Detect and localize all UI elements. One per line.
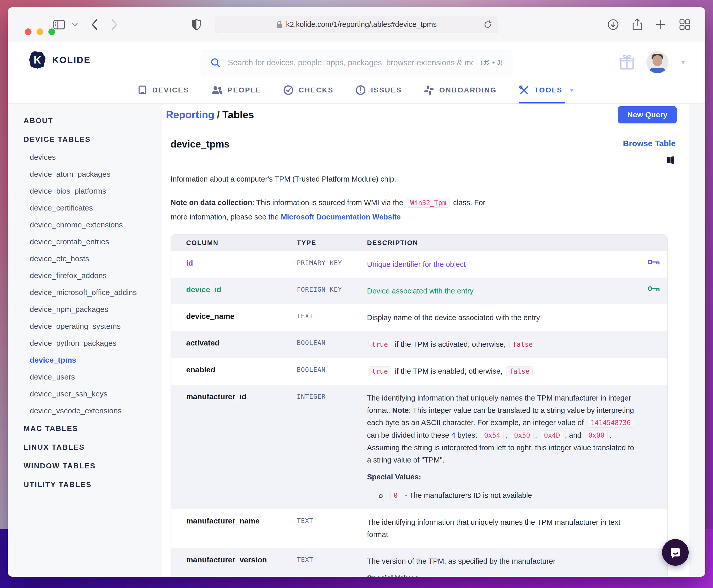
breadcrumb-tables: Tables: [222, 109, 254, 120]
table-row-manufacturer_id: manufacturer_idINTEGERThe identifying in…: [171, 385, 667, 509]
forward-button[interactable]: [111, 19, 118, 30]
col-header-column: COLUMN: [171, 239, 291, 247]
breadcrumb-reporting[interactable]: Reporting: [166, 109, 214, 120]
table-row-device_id: device_idFOREIGN KEYDevice associated wi…: [171, 278, 667, 304]
sidebar-item-device_vscode_extensions[interactable]: device_vscode_extensions: [8, 402, 162, 419]
tools-caret-icon: ▼: [569, 87, 576, 94]
privacy-shield-icon[interactable]: [192, 19, 201, 30]
sidebar-item-device_operating_systems[interactable]: device_operating_systems: [8, 318, 162, 335]
sidebar-section-about[interactable]: ABOUT: [8, 111, 162, 130]
column-type: BOOLEAN: [291, 331, 360, 354]
breadcrumb: Reporting/Tables: [166, 109, 254, 121]
new-query-button[interactable]: New Query: [618, 106, 677, 123]
windows-icon: [665, 155, 676, 165]
sidebar-item-device_atom_packages[interactable]: device_atom_packages: [8, 166, 162, 183]
scrollbar-gutter[interactable]: [689, 104, 705, 577]
sidebar-item-device_chrome_extensions[interactable]: device_chrome_extensions: [8, 216, 162, 233]
close-window-button[interactable]: [25, 28, 32, 35]
column-type: FOREIGN KEY: [291, 278, 360, 301]
schema-table: COLUMN TYPE DESCRIPTION idPRIMARY KEYUni…: [171, 234, 668, 577]
sidebar-section-window-tables[interactable]: WINDOW TABLES: [8, 457, 162, 475]
slack-icon: [424, 85, 434, 95]
sidebar-item-device_user_ssh_keys[interactable]: device_user_ssh_keys: [8, 385, 162, 402]
chat-launcher-button[interactable]: [662, 539, 689, 566]
reload-icon[interactable]: [484, 20, 492, 29]
sidebar-item-devices[interactable]: devices: [8, 149, 162, 166]
account-caret-icon[interactable]: ▼: [680, 58, 686, 66]
sidebar-item-device_firefox_addons[interactable]: device_firefox_addons: [8, 267, 162, 284]
column-type: PRIMARY KEY: [291, 251, 360, 274]
sidebar-section-linux-tables[interactable]: LINUX TABLES: [8, 438, 162, 457]
sidebar-toggle-icon[interactable]: [53, 20, 65, 29]
empty-key-cell: [647, 358, 667, 365]
code-chip: 0x54: [481, 430, 504, 440]
sidebar-item-device_certificates[interactable]: device_certificates: [8, 200, 162, 216]
main-panel: Reporting/Tables New Query device_tpms B…: [162, 104, 705, 577]
share-button[interactable]: [632, 18, 642, 31]
nav-onboarding[interactable]: ONBOARDING: [424, 77, 497, 103]
table-row-device_name: device_nameTEXTDisplay name of the devic…: [171, 304, 667, 331]
code-chip: Win32_Tpm: [407, 198, 449, 208]
back-button[interactable]: [91, 19, 98, 30]
empty-key-cell: [647, 304, 667, 312]
sidebar: ABOUTDEVICE TABLESdevicesdevice_atom_pac…: [8, 104, 162, 577]
gift-icon[interactable]: [619, 54, 635, 70]
sidebar-item-device_microsoft_office_addins[interactable]: device_microsoft_office_addins: [8, 284, 162, 301]
foreign-key-icon: [647, 278, 667, 292]
sidebar-item-device_tpms[interactable]: device_tpms: [8, 352, 162, 369]
nav-issues[interactable]: ISSUES: [355, 77, 402, 103]
browse-table-link[interactable]: Browse Table: [623, 139, 676, 148]
sidebar-section-utility-tables[interactable]: UTILITY TABLES: [8, 475, 162, 494]
sidebar-item-device_python_packages[interactable]: device_python_packages: [8, 335, 162, 352]
url-bar[interactable]: k2.kolide.com/1/reporting/tables#device_…: [215, 16, 498, 33]
doc-link[interactable]: Microsoft Documentation Website: [281, 213, 401, 221]
table-row-activated: activatedBOOLEANtrue if the TPM is activ…: [171, 331, 667, 358]
nav-devices[interactable]: DEVICES: [138, 77, 189, 103]
sidebar-section-mac-tables[interactable]: MAC TABLES: [8, 419, 162, 438]
sidebar-section-device-tables[interactable]: DEVICE TABLES: [8, 130, 162, 149]
sidebar-item-device_etc_hosts[interactable]: device_etc_hosts: [8, 250, 162, 267]
new-tab-button[interactable]: [656, 19, 666, 30]
column-name: device_id: [171, 278, 291, 302]
column-description: The version of the TPM, as specified by …: [360, 548, 647, 577]
column-type: BOOLEAN: [291, 358, 360, 381]
code-chip: 0: [390, 491, 401, 500]
column-description: Device associated with the entry: [360, 278, 647, 304]
check-circle-icon: [283, 85, 293, 95]
chevron-down-icon[interactable]: [72, 23, 78, 27]
bold-text: Note: [392, 406, 408, 414]
doc-note: Note on data collection: This informatio…: [171, 196, 495, 224]
search-input[interactable]: [228, 58, 474, 67]
sidebar-item-device_users[interactable]: device_users: [8, 369, 162, 385]
doc-title: device_tpms: [171, 139, 229, 150]
laptop-icon: [138, 85, 147, 95]
column-name: id: [171, 251, 291, 275]
minimize-window-button[interactable]: [37, 28, 43, 35]
table-doc: device_tpms Browse Table Information abo…: [162, 126, 705, 577]
tab-overview-button[interactable]: [679, 19, 690, 30]
browser-window: k2.kolide.com/1/reporting/tables#device_…: [8, 7, 705, 577]
code-chip: 0x00: [585, 430, 608, 440]
column-description: true if the TPM is enabled; otherwise, f…: [360, 358, 647, 385]
nav-devices-label: DEVICES: [152, 86, 189, 94]
search-icon: [211, 58, 221, 68]
tools-icon: [519, 85, 529, 95]
sidebar-item-device_bios_platforms[interactable]: device_bios_platforms: [8, 183, 162, 200]
primary-key-icon: [647, 251, 667, 265]
global-search[interactable]: (⌘ + J): [201, 50, 512, 75]
kolide-logo[interactable]: K KOLIDE: [29, 51, 91, 69]
downloads-button[interactable]: [607, 19, 619, 30]
column-description: The identifying information that uniquel…: [360, 385, 647, 509]
nav-tools[interactable]: TOOLS ▼: [519, 77, 576, 103]
people-icon: [211, 86, 223, 95]
nav-people[interactable]: PEOPLE: [211, 77, 261, 103]
empty-key-cell: [647, 331, 667, 339]
sidebar-item-device_npm_packages[interactable]: device_npm_packages: [8, 301, 162, 318]
code-chip: 0x4D: [541, 430, 563, 440]
user-avatar[interactable]: [646, 51, 668, 73]
column-type: INTEGER: [291, 385, 360, 408]
column-name: manufacturer_name: [171, 509, 291, 533]
column-description: Unique identifier for the object: [360, 251, 647, 278]
nav-checks[interactable]: CHECKS: [283, 77, 333, 103]
sidebar-item-device_crontab_entries[interactable]: device_crontab_entries: [8, 233, 162, 250]
